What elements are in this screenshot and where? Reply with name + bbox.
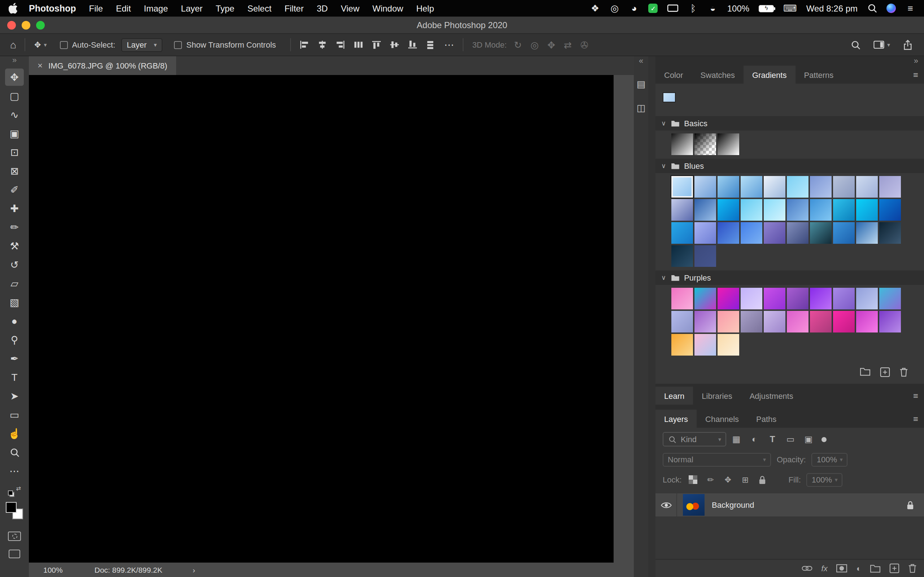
gradient-swatch-blues-28[interactable]	[833, 222, 855, 244]
new-layer-button[interactable]	[889, 563, 900, 574]
gradient-swatch-blues-13[interactable]	[717, 199, 739, 221]
tool-hand[interactable]: ☝	[5, 425, 24, 442]
tool-crop[interactable]: ⊡	[5, 143, 24, 161]
menu-file[interactable]: File	[82, 3, 110, 13]
gradient-group-header-basics[interactable]: ∨Basics	[656, 116, 924, 131]
gradient-swatch-basics-2[interactable]	[695, 134, 716, 155]
foreground-color-swatch[interactable]	[6, 502, 16, 513]
gradient-swatch-purples-16[interactable]	[787, 311, 809, 332]
tool-brush[interactable]: ✏	[5, 219, 24, 236]
gradient-swatch-blues-16[interactable]	[787, 199, 809, 221]
3d-camera-icon[interactable]: ✇	[580, 39, 588, 50]
delete-gradient-button[interactable]	[900, 367, 908, 377]
gradient-swatch-purples-22[interactable]	[695, 334, 716, 356]
filter-adjustment-layers-icon[interactable]: ◐	[746, 432, 762, 446]
gradient-swatch-purples-20[interactable]	[879, 311, 901, 332]
home-icon[interactable]: ⌂	[10, 39, 16, 50]
bluetooth-icon[interactable]: ᛒ	[688, 3, 698, 14]
gradient-swatch-blues-14[interactable]	[741, 199, 762, 221]
gradient-swatch-purples-17[interactable]	[810, 311, 832, 332]
lock-all-icon[interactable]	[757, 475, 769, 484]
filter-image-layers-icon[interactable]: ▦	[729, 432, 744, 446]
gradient-swatch-blues-1[interactable]	[671, 176, 693, 198]
dropbox-icon[interactable]: ❖	[590, 3, 600, 14]
gradient-swatch-blues-9[interactable]	[856, 176, 878, 198]
new-gradient-button[interactable]	[880, 367, 890, 377]
layer-visibility-toggle[interactable]	[656, 493, 677, 516]
gradient-swatch-purples-23[interactable]	[717, 334, 739, 356]
menu-3d[interactable]: 3D	[310, 3, 334, 13]
gradient-swatch-purples-5[interactable]	[764, 288, 785, 309]
zoom-level-field[interactable]: 100%	[43, 566, 63, 574]
tool-marquee[interactable]: ▢	[5, 87, 24, 105]
gradient-swatch-purples-21[interactable]	[671, 334, 693, 356]
menu-help[interactable]: Help	[410, 3, 440, 13]
tool-path-selection[interactable]: ➤	[5, 387, 24, 405]
align-top-button[interactable]	[372, 40, 381, 49]
gradient-swatch-blues-17[interactable]	[810, 199, 832, 221]
menu-edit[interactable]: Edit	[109, 3, 137, 13]
gradient-swatch-blues-20[interactable]	[879, 199, 901, 221]
toolbar-expand-icon[interactable]: »	[0, 56, 29, 66]
search-icon[interactable]	[851, 40, 861, 49]
3d-roll-icon[interactable]: ◎	[531, 39, 539, 50]
gradient-swatch-blues-5[interactable]	[764, 176, 785, 198]
gradient-swatch-purples-1[interactable]	[671, 288, 693, 309]
document-tab[interactable]: × IMG_6078.JPG @ 100% (RGB/8)	[29, 56, 176, 75]
tool-dodge[interactable]: ⚲	[5, 331, 24, 348]
new-adjustment-layer-button[interactable]: ◐	[856, 564, 861, 573]
foreground-background-colors[interactable]	[5, 501, 24, 520]
gradient-group-header-purples[interactable]: ∨Purples	[656, 271, 924, 285]
layer-row-background[interactable]: Background	[656, 493, 924, 516]
gradient-swatch-blues-19[interactable]	[856, 199, 878, 221]
status-options-chevron[interactable]: ›	[193, 566, 195, 574]
gradient-swatch-purples-7[interactable]	[810, 288, 832, 309]
fill-dropdown[interactable]: 100% ▾	[807, 473, 843, 487]
gradient-swatch-basics-3[interactable]	[717, 134, 739, 155]
active-tool-chip[interactable]: ✥ ▾	[34, 40, 47, 49]
gradient-swatch-blues-32[interactable]	[695, 245, 716, 267]
tab-channels[interactable]: Channels	[696, 410, 748, 428]
distribute-v-button[interactable]	[426, 40, 436, 49]
3d-orbit-icon[interactable]: ↻	[514, 39, 522, 50]
tab-gradients[interactable]: Gradients	[743, 66, 795, 84]
gradient-swatch-blues-21[interactable]	[671, 222, 693, 244]
gradient-swatch-blues-18[interactable]	[833, 199, 855, 221]
workspace-switcher[interactable]: ▾	[874, 40, 890, 49]
gradient-swatch-purples-4[interactable]	[741, 288, 762, 309]
gradient-swatch-blues-11[interactable]	[671, 199, 693, 221]
swap-colors-icon[interactable]: ⇄	[16, 485, 21, 492]
link-layers-button[interactable]	[801, 566, 813, 571]
show-transform-checkbox[interactable]	[174, 41, 182, 49]
gradient-swatch-blues-2[interactable]	[695, 176, 716, 198]
tool-healing-brush[interactable]: ✚	[5, 200, 24, 217]
share-icon[interactable]	[903, 39, 913, 50]
auto-select-dropdown[interactable]: Layer ▾	[121, 38, 162, 52]
keyboard-input-icon[interactable]: ⌨	[783, 3, 797, 14]
gradient-swatch-purples-19[interactable]	[856, 311, 878, 332]
default-colors-widget[interactable]: ⇄	[8, 487, 21, 497]
siri-icon[interactable]	[887, 3, 896, 13]
new-group-button[interactable]	[870, 564, 881, 573]
align-left-button[interactable]	[300, 40, 309, 49]
layer-thumbnail[interactable]	[683, 494, 704, 516]
tab-swatches[interactable]: Swatches	[692, 66, 743, 84]
gradient-swatch-blues-15[interactable]	[764, 199, 785, 221]
lock-position-icon[interactable]: ✥	[722, 475, 734, 484]
gradient-swatch-purples-9[interactable]	[856, 288, 878, 309]
gradient-swatch-blues-10[interactable]	[879, 176, 901, 198]
current-gradient-preview[interactable]	[663, 92, 676, 102]
3d-pan-icon[interactable]: ✥	[547, 39, 555, 50]
gradient-group-header-blues[interactable]: ∨Blues	[656, 159, 924, 173]
align-center-h-button[interactable]	[318, 40, 327, 49]
tool-move[interactable]: ✥	[5, 69, 24, 86]
gradient-swatch-blues-3[interactable]	[717, 176, 739, 198]
menu-window[interactable]: Window	[366, 3, 410, 13]
tool-pen[interactable]: ✒	[5, 350, 24, 367]
gradient-swatch-purples-12[interactable]	[695, 311, 716, 332]
filter-shape-layers-icon[interactable]: ▭	[782, 432, 798, 446]
gradient-swatch-purples-6[interactable]	[787, 288, 809, 309]
lock-transparency-icon[interactable]	[688, 475, 699, 484]
spotlight-icon[interactable]	[867, 3, 877, 13]
collapse-dock-icon[interactable]: «	[639, 56, 643, 66]
